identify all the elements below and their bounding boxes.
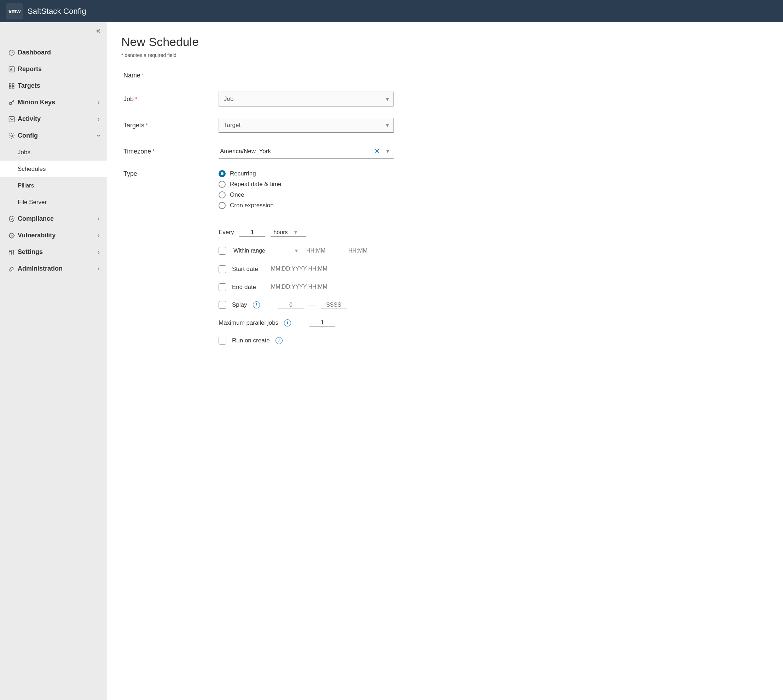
sidebar-collapse-bar: «: [0, 22, 107, 39]
select-placeholder: Job: [224, 95, 233, 103]
chevron-down-icon: ›: [95, 135, 103, 137]
label-text: Targets: [123, 122, 144, 129]
splay-checkbox[interactable]: [218, 301, 227, 309]
type-option-repeat[interactable]: Repeat date & time: [218, 181, 394, 188]
chevron-right-icon: ›: [98, 265, 100, 272]
app-title: SaltStack Config: [28, 7, 86, 16]
sidebar-item-reports[interactable]: Reports: [0, 61, 107, 77]
target-icon: [7, 232, 16, 239]
targets-select[interactable]: Target ▾: [218, 118, 394, 133]
asterisk: *: [152, 148, 155, 155]
radio-label: Recurring: [230, 170, 256, 177]
sidebar-item-compliance[interactable]: Compliance ›: [0, 210, 107, 227]
radio-icon: [218, 181, 226, 188]
page-title: New Schedule: [121, 35, 769, 49]
type-option-once[interactable]: Once: [218, 192, 394, 198]
info-icon[interactable]: i: [253, 302, 260, 308]
svg-rect-2: [9, 83, 11, 85]
sidebar-item-label: Vulnerability: [18, 232, 55, 239]
type-option-cron[interactable]: Cron expression: [218, 202, 394, 209]
gear-icon: [7, 132, 16, 139]
sidebar-item-label: Compliance: [18, 215, 54, 222]
name-input[interactable]: [218, 71, 394, 80]
end-date-input[interactable]: [270, 283, 362, 291]
svg-point-6: [9, 102, 12, 105]
chevron-right-icon: ›: [98, 115, 100, 123]
sidebar-item-label: Settings: [18, 248, 43, 256]
timezone-select[interactable]: America/New_York ✕ ▾: [218, 144, 394, 159]
wrench-icon: [7, 265, 16, 272]
vmw-logo: vmw: [7, 3, 23, 20]
required-note: *denotes a required field: [121, 52, 769, 58]
every-label: Every: [218, 229, 234, 236]
gauge-icon: [7, 49, 16, 56]
end-date-checkbox[interactable]: [218, 283, 227, 291]
info-icon[interactable]: i: [284, 319, 291, 327]
collapse-icon[interactable]: «: [96, 26, 100, 35]
run-on-create-label: Run on create: [232, 337, 270, 344]
range-from-input[interactable]: [305, 247, 330, 255]
sidebar-item-activity[interactable]: Activity ›: [0, 111, 107, 127]
radio-icon: [218, 202, 226, 209]
sidebar-item-label: Config: [18, 132, 38, 139]
svg-point-8: [11, 135, 13, 137]
job-label: Job*: [121, 95, 218, 103]
sidebar-item-pillars[interactable]: Pillars: [0, 177, 107, 194]
every-unit-select[interactable]: hours▾: [270, 228, 306, 237]
sidebar-item-file-server[interactable]: File Server: [0, 194, 107, 210]
radio-icon: [218, 170, 226, 177]
within-range-select[interactable]: Within range ▾: [232, 247, 299, 255]
type-option-recurring[interactable]: Recurring: [218, 170, 394, 177]
sidebar-item-schedules[interactable]: Schedules: [0, 161, 107, 177]
max-parallel-input[interactable]: [310, 319, 335, 327]
radio-label: Repeat date & time: [230, 181, 282, 188]
splay-to-input[interactable]: [321, 302, 347, 308]
sidebar-item-dashboard[interactable]: Dashboard: [0, 44, 107, 61]
type-label: Type: [121, 170, 218, 178]
sidebar-item-vulnerability[interactable]: Vulnerability ›: [0, 227, 107, 244]
every-value-input[interactable]: [240, 228, 265, 237]
info-icon[interactable]: i: [275, 337, 283, 344]
svg-point-12: [11, 252, 12, 253]
svg-rect-3: [12, 83, 14, 85]
sidebar-item-targets[interactable]: Targets: [0, 77, 107, 94]
sidebar-item-settings[interactable]: Settings ›: [0, 244, 107, 260]
asterisk: *: [135, 96, 137, 102]
sidebar-item-label: Activity: [18, 115, 41, 123]
timezone-label: Timezone*: [121, 148, 218, 155]
splay-from-input[interactable]: [278, 302, 304, 308]
select-value: America/New_York: [220, 148, 271, 155]
unit-value: hours: [273, 229, 288, 235]
sidebar-item-label: Minion Keys: [18, 99, 55, 106]
asterisk: *: [142, 73, 144, 78]
label-text: Timezone: [123, 148, 151, 155]
chevron-right-icon: ›: [98, 248, 100, 256]
key-icon: [7, 99, 16, 106]
dash: —: [310, 302, 315, 308]
caret-down-icon: ▾: [294, 229, 297, 235]
sidebar-item-label: Targets: [18, 82, 40, 90]
chevron-right-icon: ›: [98, 232, 100, 239]
chevron-right-icon: ›: [98, 99, 100, 106]
label-text: Job: [123, 95, 134, 103]
run-on-create-checkbox[interactable]: [218, 337, 227, 345]
caret-down-icon: ▾: [386, 122, 389, 129]
svg-point-10: [11, 235, 12, 236]
sidebar-item-minion-keys[interactable]: Minion Keys ›: [0, 94, 107, 111]
caret-down-icon: ▾: [386, 95, 389, 103]
job-select[interactable]: Job ▾: [218, 92, 394, 107]
nav: Dashboard Reports Targets Minion Keys: [0, 39, 107, 277]
svg-point-9: [9, 233, 14, 238]
clear-icon[interactable]: ✕: [375, 147, 380, 155]
end-date-label: End date: [232, 284, 264, 291]
range-to-input[interactable]: [347, 247, 372, 255]
grid-icon: [7, 82, 16, 90]
sidebar-item-config[interactable]: Config ›: [0, 127, 107, 144]
sidebar-item-administration[interactable]: Administration ›: [0, 260, 107, 277]
start-date-checkbox[interactable]: [218, 265, 227, 273]
sidebar-item-jobs[interactable]: Jobs: [0, 144, 107, 161]
start-date-input[interactable]: [270, 265, 362, 273]
required-note-text: denotes a required field: [125, 52, 176, 58]
within-range-checkbox[interactable]: [218, 247, 227, 255]
app-header: vmw SaltStack Config: [0, 0, 783, 22]
